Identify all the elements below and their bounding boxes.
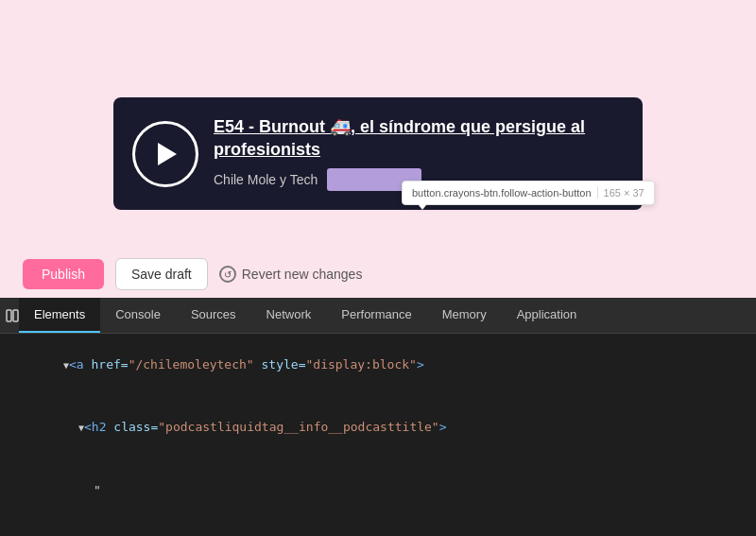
- editor-toolbar: Publish Save draft ↺ Revert new changes: [0, 251, 756, 298]
- tab-network[interactable]: Network: [251, 298, 327, 333]
- devtools-panel: Elements Console Sources Network Perform…: [0, 298, 756, 536]
- code-line-4: Chile Mole y Tech ": [0, 522, 756, 536]
- play-button[interactable]: [132, 121, 198, 187]
- tooltip-label: button.crayons-btn.follow-action-button: [412, 187, 592, 199]
- element-tooltip: button.crayons-btn.follow-action-button …: [402, 181, 655, 205]
- page-editor-area: E54 - Burnout 🚑, el síndrome que persigu…: [0, 0, 756, 298]
- code-line-3: ": [0, 459, 756, 522]
- code-line-1[interactable]: ▼<a href="/chilemoleytech" style="displa…: [0, 334, 756, 396]
- publish-button[interactable]: Publish: [23, 259, 104, 289]
- revert-icon: ↺: [219, 266, 236, 283]
- tab-performance[interactable]: Performance: [326, 298, 426, 333]
- devtools-panel-toggle[interactable]: [0, 298, 19, 334]
- podcast-card-preview: E54 - Burnout 🚑, el síndrome que persigu…: [113, 97, 643, 210]
- revert-button[interactable]: ↺ Revert new changes: [219, 266, 363, 283]
- save-draft-button[interactable]: Save draft: [115, 258, 208, 290]
- tab-application[interactable]: Application: [502, 298, 593, 333]
- revert-label: Revert new changes: [242, 267, 363, 282]
- tooltip-size: 165 × 37: [597, 187, 644, 199]
- svg-rect-0: [7, 310, 11, 321]
- tab-console[interactable]: Console: [100, 298, 176, 333]
- tab-elements[interactable]: Elements: [19, 298, 100, 333]
- card-info: E54 - Burnout 🚑, el síndrome que persigu…: [214, 116, 624, 191]
- devtools-tab-bar: Elements Console Sources Network Perform…: [0, 298, 756, 334]
- card-title: E54 - Burnout 🚑, el síndrome que persigu…: [214, 116, 624, 161]
- tab-sources[interactable]: Sources: [176, 298, 251, 333]
- svg-rect-1: [13, 310, 18, 321]
- devtools-elements-content: ▼<a href="/chilemoleytech" style="displa…: [0, 334, 756, 536]
- card-author: Chile Mole y Tech: [214, 172, 318, 187]
- code-line-2[interactable]: ▼<h2 class="podcastliquidtag__info__podc…: [0, 396, 756, 458]
- tab-memory[interactable]: Memory: [427, 298, 502, 333]
